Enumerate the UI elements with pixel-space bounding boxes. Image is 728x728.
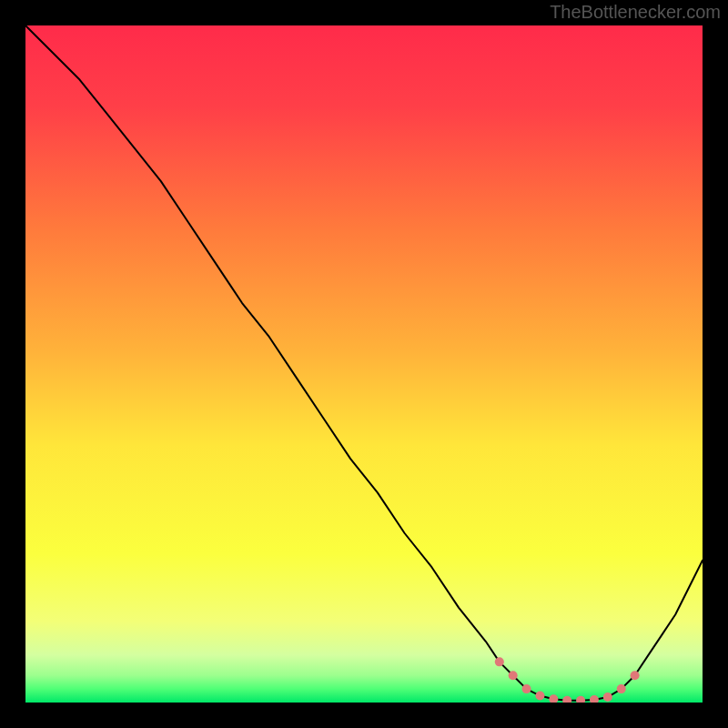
optimal-range-marker [603,693,612,702]
optimal-range-marker [509,671,518,680]
optimal-range-marker [617,684,626,693]
chart-canvas [25,25,703,703]
optimal-range-marker [522,684,531,693]
optimal-range-marker [495,657,504,666]
chart-background-gradient [25,25,703,703]
optimal-range-marker [535,692,544,701]
watermark-text: TheBottlenecker.com [550,2,721,23]
optimal-range-marker [631,671,640,680]
chart-plot-area [25,25,703,703]
